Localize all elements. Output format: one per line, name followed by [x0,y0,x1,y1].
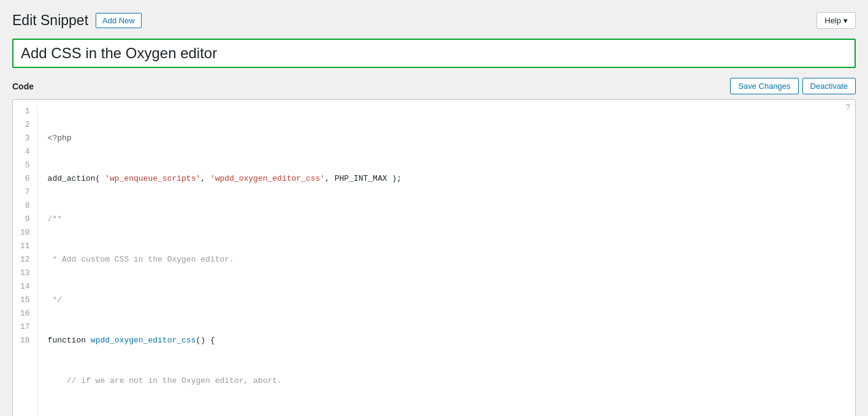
deactivate-button[interactable]: Deactivate [802,78,856,94]
snippet-name-input[interactable] [12,39,856,68]
code-help-icon[interactable]: ? [846,102,850,112]
code-section-label: Code [12,81,34,91]
help-label: Help [824,16,841,25]
code-action-buttons: Save Changes Deactivate [730,78,856,94]
code-editor[interactable]: 1 2 3 4 5 6 7 8 9 10 11 12 13 14 15 16 1… [13,100,855,416]
code-content: <?php add_action( 'wp_enqueue_scripts', … [48,105,855,416]
save-changes-button[interactable]: Save Changes [730,78,798,94]
line-numbers: 1 2 3 4 5 6 7 8 9 10 11 12 13 14 15 16 1… [13,105,38,416]
help-button[interactable]: Help ▾ [817,12,856,29]
chevron-down-icon: ▾ [843,16,848,25]
code-editor-wrapper: ? 1 2 3 4 5 6 7 8 9 10 11 12 13 14 15 16… [12,99,856,416]
page-title: Edit Snippet [12,12,88,29]
add-new-button[interactable]: Add New [96,13,142,28]
